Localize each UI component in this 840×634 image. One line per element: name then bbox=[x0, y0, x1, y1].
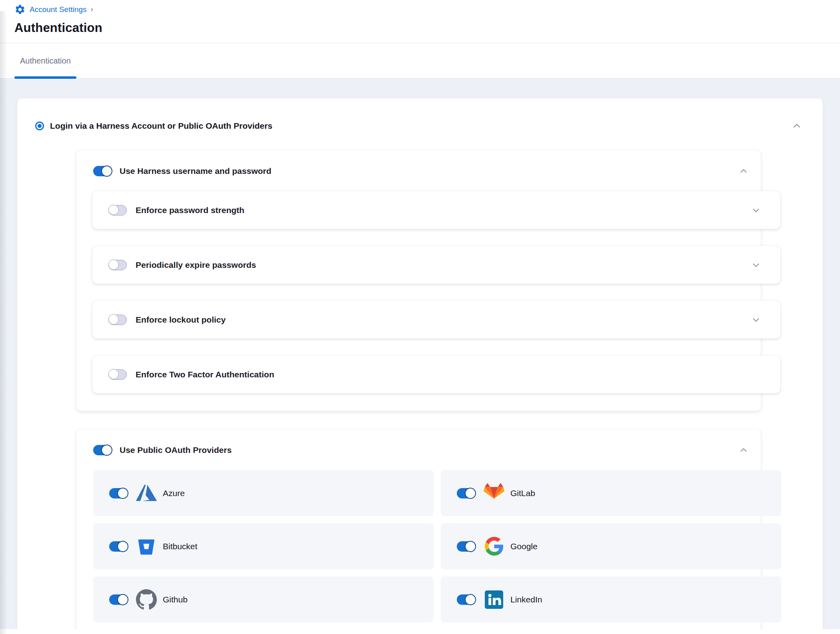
password-strength-toggle[interactable] bbox=[108, 205, 127, 215]
toggle-knob bbox=[108, 314, 119, 325]
option-label: Periodically expire passwords bbox=[136, 260, 256, 270]
option-label: Enforce lockout policy bbox=[136, 315, 226, 325]
gear-icon bbox=[14, 4, 26, 15]
expand-lockout-policy-button[interactable] bbox=[751, 315, 761, 325]
tab-bar: Authentication bbox=[0, 43, 840, 79]
linkedin-toggle[interactable] bbox=[457, 594, 475, 605]
option-row-two-factor: Enforce Two Factor Authentication bbox=[92, 355, 780, 393]
chevron-up-icon bbox=[739, 446, 748, 455]
chevron-down-icon bbox=[752, 315, 760, 324]
page-title: Authentication bbox=[14, 21, 826, 35]
bitbucket-toggle[interactable] bbox=[109, 541, 128, 552]
expand-expire-passwords-button[interactable] bbox=[751, 260, 761, 270]
tab-authentication[interactable]: Authentication bbox=[14, 43, 76, 78]
github-icon bbox=[136, 589, 157, 610]
harness-login-label: Use Harness username and password bbox=[120, 166, 271, 176]
provider-label: LinkedIn bbox=[510, 595, 542, 604]
gitlab-toggle[interactable] bbox=[457, 488, 475, 498]
provider-row-gitlab: GitLab bbox=[441, 470, 781, 516]
collapse-section-button[interactable] bbox=[792, 121, 802, 131]
provider-label: Azure bbox=[163, 488, 185, 498]
breadcrumb-account-settings-link[interactable]: Account Settings bbox=[14, 4, 87, 15]
oauth-provider-grid: Azure G bbox=[93, 470, 749, 622]
bitbucket-icon bbox=[137, 537, 156, 556]
expand-password-strength-button[interactable] bbox=[751, 205, 761, 215]
provider-row-azure: Azure bbox=[93, 470, 434, 516]
toggle-knob bbox=[465, 541, 476, 552]
toggle-knob bbox=[101, 445, 112, 456]
login-option-radio[interactable] bbox=[35, 122, 44, 130]
breadcrumb: Account Settings › bbox=[14, 3, 826, 16]
breadcrumb-label: Account Settings bbox=[30, 5, 87, 14]
oauth-providers-section: Use Public OAuth Providers Azure bbox=[76, 429, 761, 629]
expire-passwords-toggle[interactable] bbox=[108, 260, 127, 270]
toggle-knob bbox=[117, 488, 128, 499]
harness-login-section: Use Harness username and password Enforc… bbox=[76, 150, 761, 411]
provider-row-github: Github bbox=[93, 576, 434, 622]
chevron-down-icon bbox=[752, 206, 760, 215]
oauth-providers-label: Use Public OAuth Providers bbox=[120, 445, 232, 455]
option-label: Enforce Two Factor Authentication bbox=[136, 370, 274, 379]
provider-row-bitbucket: Bitbucket bbox=[93, 523, 434, 569]
option-row-expire-passwords: Periodically expire passwords bbox=[92, 246, 780, 284]
page-header: Account Settings › Authentication bbox=[0, 0, 840, 35]
azure-icon bbox=[135, 484, 158, 503]
github-toggle[interactable] bbox=[109, 594, 128, 605]
login-option-label: Login via a Harness Account or Public OA… bbox=[50, 121, 272, 131]
google-toggle[interactable] bbox=[457, 541, 475, 552]
toggle-knob bbox=[108, 205, 119, 215]
harness-login-toggle[interactable] bbox=[93, 166, 112, 176]
toggle-knob bbox=[108, 259, 119, 270]
chevron-down-icon bbox=[752, 261, 760, 269]
provider-row-google: Google bbox=[441, 523, 781, 569]
gitlab-icon bbox=[484, 483, 504, 503]
tab-label: Authentication bbox=[20, 56, 71, 66]
login-option-row: Login via a Harness Account or Public OA… bbox=[35, 117, 802, 135]
google-icon bbox=[485, 537, 504, 556]
option-label: Enforce password strength bbox=[136, 205, 244, 215]
chevron-up-icon bbox=[739, 167, 748, 175]
oauth-providers-header: Use Public OAuth Providers bbox=[93, 441, 749, 459]
content-area: Login via a Harness Account or Public OA… bbox=[0, 79, 840, 629]
collapse-harness-section-button[interactable] bbox=[738, 166, 749, 176]
option-row-lockout-policy: Enforce lockout policy bbox=[92, 301, 780, 339]
toggle-knob bbox=[117, 541, 128, 552]
toggle-knob bbox=[108, 369, 119, 379]
linkedin-icon bbox=[485, 590, 503, 609]
option-row-password-strength: Enforce password strength bbox=[92, 191, 780, 229]
harness-login-header: Use Harness username and password bbox=[93, 162, 749, 180]
chevron-up-icon bbox=[792, 121, 802, 131]
provider-label: Google bbox=[510, 542, 538, 551]
provider-row-linkedin: LinkedIn bbox=[441, 576, 781, 622]
toggle-knob bbox=[101, 165, 112, 177]
oauth-providers-toggle[interactable] bbox=[93, 445, 112, 455]
provider-label: Bitbucket bbox=[163, 542, 197, 551]
toggle-knob bbox=[465, 488, 476, 499]
toggle-knob bbox=[117, 594, 128, 605]
provider-label: Github bbox=[163, 595, 188, 604]
lockout-policy-toggle[interactable] bbox=[108, 315, 127, 325]
provider-label: GitLab bbox=[510, 488, 535, 498]
breadcrumb-separator-icon: › bbox=[91, 5, 93, 14]
active-tab-underline bbox=[14, 76, 76, 79]
password-policy-list: Enforce password strength Periodically e… bbox=[92, 191, 749, 393]
collapse-oauth-section-button[interactable] bbox=[738, 445, 749, 455]
two-factor-toggle[interactable] bbox=[108, 369, 127, 380]
azure-toggle[interactable] bbox=[109, 488, 128, 498]
toggle-knob bbox=[465, 594, 476, 605]
auth-mechanisms-card: Login via a Harness Account or Public OA… bbox=[17, 98, 823, 629]
